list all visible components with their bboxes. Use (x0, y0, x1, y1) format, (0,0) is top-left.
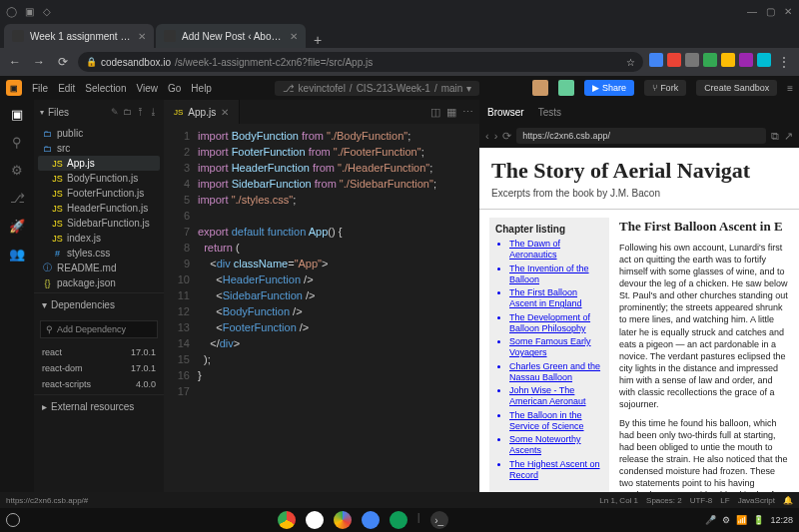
external-resources-header[interactable]: ▸ External resources (34, 394, 164, 418)
dependency-item[interactable]: react-scripts4.0.0 (38, 376, 160, 392)
share-button[interactable]: ▶ Share (584, 80, 634, 96)
extension-icon[interactable] (649, 53, 663, 67)
extension-icon[interactable] (721, 53, 735, 67)
toc-link[interactable]: The Invention of the Balloon (509, 264, 603, 286)
toc-link[interactable]: The First Balloon Ascent in England (509, 287, 603, 310)
files-icon[interactable] (362, 511, 380, 529)
close-icon[interactable]: ✕ (221, 107, 229, 118)
code-area[interactable]: 1234567891011121314151617 import BodyFun… (164, 124, 479, 510)
system-icon[interactable]: ◯ (4, 4, 18, 18)
file-item[interactable]: {}package.json (38, 275, 160, 290)
toc-link[interactable]: Charles Green and the Nassau Balloon (509, 361, 603, 384)
system-tray[interactable]: 🎤 ⚙ 📶 🔋 12:28 (705, 515, 793, 525)
file-item[interactable]: 🗀public (38, 126, 160, 141)
settings-icon[interactable]: ⚙ (9, 162, 25, 178)
preview-url[interactable]: https://c2xn6.csb.app/ (516, 128, 766, 144)
notifications-icon[interactable]: 🔔 (783, 496, 793, 505)
create-sandbox-button[interactable]: Create Sandbox (696, 80, 777, 96)
toc-link[interactable]: The Development of Balloon Philosophy (509, 312, 603, 335)
status-encoding[interactable]: UTF-8 (690, 496, 713, 505)
toc-link[interactable]: The Dawn of Aeronautics (509, 239, 603, 262)
editor-tab[interactable]: JS App.js ✕ (164, 100, 240, 124)
app-icon[interactable] (306, 511, 324, 529)
dependency-item[interactable]: react17.0.1 (38, 344, 160, 360)
avatar[interactable] (532, 80, 548, 96)
toc-link[interactable]: Some Noteworthy Ascents (509, 434, 603, 457)
avatar[interactable] (558, 80, 574, 96)
status-eol[interactable]: LF (720, 496, 729, 505)
search-icon[interactable]: ⚲ (9, 134, 25, 150)
reload-icon[interactable]: ⟳ (54, 53, 72, 71)
mic-icon[interactable]: 🎤 (705, 515, 716, 525)
status-spaces[interactable]: Spaces: 2 (646, 496, 682, 505)
star-icon[interactable]: ☆ (626, 57, 635, 68)
photos-icon[interactable] (334, 511, 352, 529)
menu-edit[interactable]: Edit (58, 83, 75, 94)
menu-icon[interactable]: ≡ (787, 83, 793, 94)
toc-link[interactable]: The Balloon in the Service of Science (509, 410, 603, 433)
status-language[interactable]: JavaScript (738, 496, 775, 505)
browser-tab[interactable]: Week 1 assignment - CodeSand ✕ (4, 24, 154, 48)
dependency-item[interactable]: react-dom17.0.1 (38, 360, 160, 376)
file-item[interactable]: JSApp.js (38, 156, 160, 171)
browser-tab[interactable]: Add New Post ‹ About Chrome ✕ (156, 24, 306, 48)
settings-icon[interactable]: ⚙ (722, 515, 730, 525)
layout-icon[interactable]: ▦ (446, 106, 456, 119)
launcher-icon[interactable] (6, 513, 20, 527)
preview-content[interactable]: The Story of Aerial Navigat Excerpts fro… (479, 148, 799, 492)
file-item[interactable]: JSFooterFunction.js (38, 186, 160, 201)
split-icon[interactable]: ◫ (430, 106, 440, 119)
minimize-icon[interactable]: — (745, 4, 759, 18)
upload-icon[interactable]: ⭱ (136, 107, 145, 117)
back-icon[interactable]: ‹ (485, 130, 489, 142)
tab-tests[interactable]: Tests (538, 107, 561, 118)
add-dependency-input[interactable]: ⚲ Add Dependency (40, 320, 158, 338)
popout-icon[interactable]: ↗ (784, 130, 793, 143)
open-external-icon[interactable]: ⧉ (771, 130, 779, 143)
breadcrumb[interactable]: ⎇ kevinctofel / CIS-213-Week-1 / main ▾ (275, 81, 480, 96)
toc-link[interactable]: The Highest Ascent on Record (509, 459, 603, 482)
explorer-icon[interactable]: ▣ (9, 106, 25, 122)
github-icon[interactable]: ⎇ (9, 190, 25, 206)
new-tab-button[interactable]: + (308, 32, 328, 48)
file-item[interactable]: 🗀src (38, 141, 160, 156)
file-item[interactable]: JSHeaderFunction.js (38, 201, 160, 216)
extension-icon[interactable] (703, 53, 717, 67)
file-item[interactable]: JSindex.js (38, 231, 160, 246)
system-icon[interactable]: ◇ (40, 4, 54, 18)
extension-icon[interactable] (757, 53, 771, 67)
fork-button[interactable]: ⑂ Fork (644, 80, 686, 96)
tab-browser[interactable]: Browser (487, 107, 524, 118)
chrome-icon[interactable] (278, 511, 296, 529)
maximize-icon[interactable]: ▢ (763, 4, 777, 18)
menu-help[interactable]: Help (191, 83, 212, 94)
toc-link[interactable]: Some Famous Early Voyagers (509, 336, 603, 359)
reload-icon[interactable]: ⟳ (502, 130, 511, 143)
file-item[interactable]: JSSidebarFunction.js (38, 216, 160, 231)
extension-icon[interactable] (667, 53, 681, 67)
menu-file[interactable]: File (32, 83, 48, 94)
codesandbox-logo-icon[interactable]: ▣ (6, 80, 22, 96)
menu-icon[interactable]: ⋮ (775, 53, 793, 71)
files-header[interactable]: ▾ Files ✎ 🗀 ⭱ ⭳ (34, 100, 164, 124)
system-icon[interactable]: ▣ (22, 4, 36, 18)
back-icon[interactable]: ← (6, 53, 24, 71)
menu-view[interactable]: View (137, 83, 159, 94)
extension-icon[interactable] (685, 53, 699, 67)
new-folder-icon[interactable]: 🗀 (123, 107, 132, 117)
omnibox[interactable]: 🔒 codesandbox.io/s/week-1-assignment-c2x… (78, 52, 643, 72)
close-icon[interactable]: ✕ (781, 4, 795, 18)
download-icon[interactable]: ⭳ (149, 107, 158, 117)
extension-icon[interactable] (739, 53, 753, 67)
forward-icon[interactable]: › (494, 130, 498, 142)
more-icon[interactable]: ⋯ (462, 106, 473, 119)
status-cursor[interactable]: Ln 1, Col 1 (599, 496, 638, 505)
toc-link[interactable]: John Wise - The American Aeronaut (509, 385, 603, 408)
menu-selection[interactable]: Selection (85, 83, 126, 94)
menu-go[interactable]: Go (168, 83, 181, 94)
live-icon[interactable]: 👥 (9, 246, 25, 262)
app-icon[interactable] (390, 511, 407, 529)
tab-close-icon[interactable]: ✕ (290, 31, 298, 42)
deploy-icon[interactable]: 🚀 (9, 218, 25, 234)
file-item[interactable]: JSBodyFunction.js (38, 171, 160, 186)
